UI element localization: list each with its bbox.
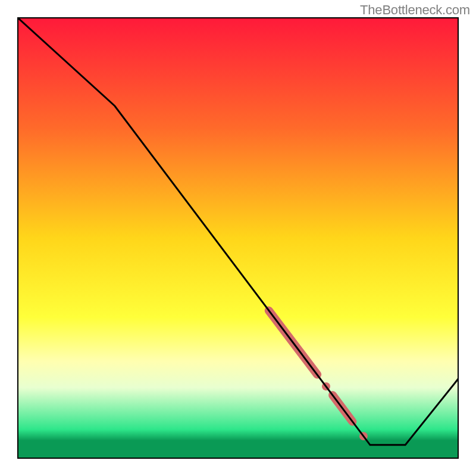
chart-container: TheBottleneck.com: [0, 0, 476, 476]
watermark-text: TheBottleneck.com: [360, 2, 470, 18]
bottleneck-chart: [0, 0, 476, 476]
gradient-background: [18, 18, 458, 458]
